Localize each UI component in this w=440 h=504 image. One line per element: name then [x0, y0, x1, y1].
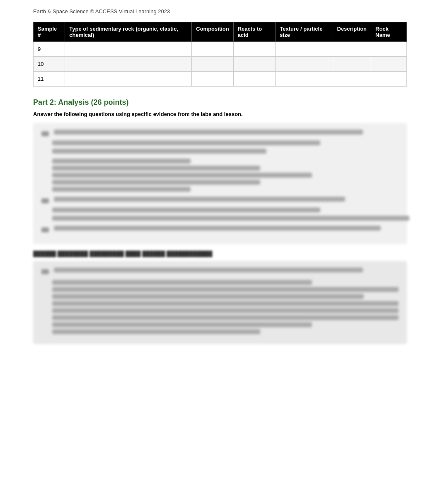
col-header-description: Description [333, 22, 371, 42]
part2-instruction: Answer the following questions using spe… [33, 111, 407, 117]
col-header-sample: Sample # [34, 22, 65, 42]
table-cell-0-6 [371, 42, 407, 57]
col-header-type: Type of sedimentary rock (organic, clast… [65, 22, 192, 42]
table-cell-2-3 [233, 72, 276, 87]
table-cell-1-2 [192, 57, 233, 72]
table-cell-1-4 [276, 57, 333, 72]
table-cell-2-5 [333, 72, 371, 87]
table-cell-2-6 [371, 72, 407, 87]
part2-title: Part 2: Analysis (26 points) [33, 98, 407, 107]
table-cell-0-2 [192, 42, 233, 57]
blurred-answer-section [33, 261, 407, 344]
rock-data-table: Sample # Type of sedimentary rock (organ… [33, 22, 407, 87]
sub-section-instruction: ██████ ████████ █████████ ████ ██████ ██… [33, 251, 407, 257]
table-cell-2-4 [276, 72, 333, 87]
blurred-questions-section [33, 123, 407, 244]
table-cell-1-1 [65, 57, 192, 72]
table-cell-1-6 [371, 57, 407, 72]
table-cell-1-3 [233, 57, 276, 72]
table-cell-1-5 [333, 57, 371, 72]
table-row: 9 [34, 42, 407, 57]
table-cell-2-0: 11 [34, 72, 65, 87]
col-header-texture: Texture / particle size [276, 22, 333, 42]
watermark-text: Earth & Space Science © ACCESS Virtual L… [33, 8, 407, 14]
col-header-reacts: Reacts to acid [233, 22, 276, 42]
table-cell-2-1 [65, 72, 192, 87]
table-cell-1-0: 10 [34, 57, 65, 72]
table-cell-0-1 [65, 42, 192, 57]
table-row: 10 [34, 57, 407, 72]
table-row: 11 [34, 72, 407, 87]
col-header-composition: Composition [192, 22, 233, 42]
col-header-rockname: Rock Name [371, 22, 407, 42]
table-cell-0-0: 9 [34, 42, 65, 57]
table-cell-2-2 [192, 72, 233, 87]
table-cell-0-3 [233, 42, 276, 57]
table-cell-0-5 [333, 42, 371, 57]
table-cell-0-4 [276, 42, 333, 57]
